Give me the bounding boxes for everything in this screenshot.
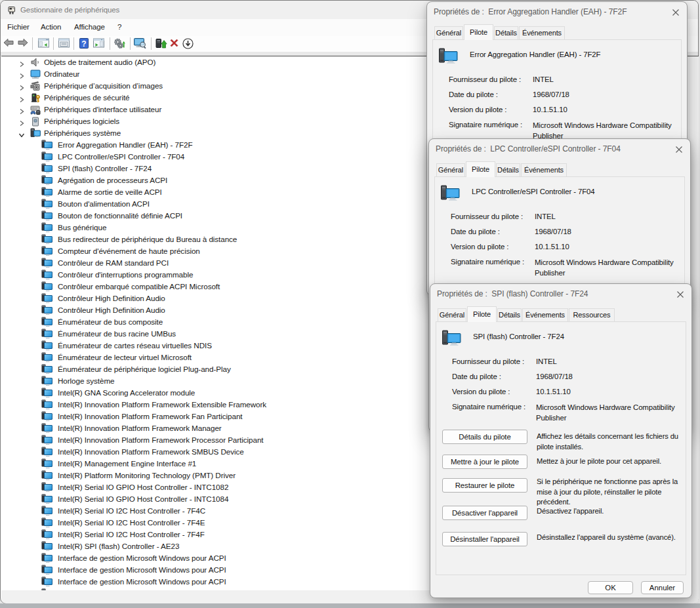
svg-text:?: ?: [81, 39, 86, 49]
